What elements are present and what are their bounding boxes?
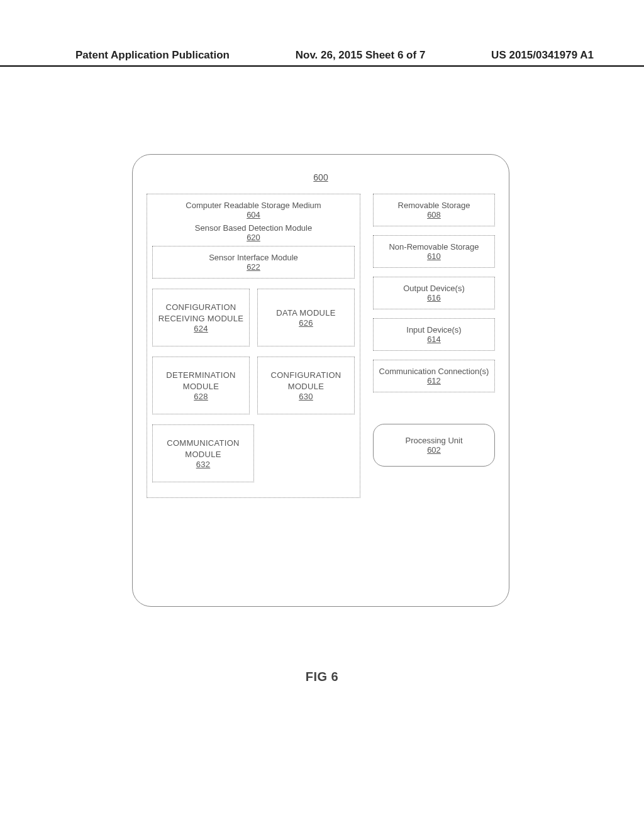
config-receiving-ref: 624 <box>157 324 245 333</box>
communication-text: COMMUNICATION MODULE <box>157 438 250 460</box>
right-column: Removable Storage 608 Non-Removable Stor… <box>373 194 495 467</box>
page-header: Patent Application Publication Nov. 26, … <box>0 49 644 67</box>
sensor-interface-text: Sensor Interface Module <box>157 253 350 262</box>
nonremovable-storage-text: Non-Removable Storage <box>377 242 491 252</box>
empty-cell <box>262 424 355 482</box>
data-module-box: DATA MODULE 626 <box>257 289 355 346</box>
communication-module-box: COMMUNICATION MODULE 632 <box>152 424 254 482</box>
output-devices-text: Output Device(s) <box>377 284 491 293</box>
configuration-text: CONFIGURATION MODULE <box>262 370 350 392</box>
page: Patent Application Publication Nov. 26, … <box>0 0 644 830</box>
removable-storage-text: Removable Storage <box>377 201 491 210</box>
system-ref: 600 <box>147 172 495 182</box>
detection-module-text: Sensor Based Detection Module <box>195 223 312 233</box>
communication-ref: 632 <box>157 460 250 469</box>
determination-module-box: DETERMINATION MODULE 628 <box>152 357 250 414</box>
storage-medium-label: Computer Readable Storage Medium 604 <box>152 201 355 219</box>
communication-connections-box: Communication Connection(s) 612 <box>373 360 495 392</box>
header-right: US 2015/0341979 A1 <box>491 49 594 62</box>
data-module-text: DATA MODULE <box>262 307 350 319</box>
columns: Computer Readable Storage Medium 604 Sen… <box>147 194 495 498</box>
output-devices-ref: 616 <box>377 293 491 302</box>
processing-unit-ref: 602 <box>380 445 488 455</box>
data-module-ref: 626 <box>262 318 350 328</box>
module-row-2: DETERMINATION MODULE 628 CONFIGURATION M… <box>152 357 355 414</box>
communication-connections-text: Communication Connection(s) <box>377 367 491 376</box>
system-box-600: 600 Computer Readable Storage Medium 604… <box>132 154 509 607</box>
input-devices-text: Input Device(s) <box>377 325 491 335</box>
figure: 600 Computer Readable Storage Medium 604… <box>132 154 509 607</box>
detection-module-ref: 620 <box>152 233 355 242</box>
configuration-module-box: CONFIGURATION MODULE 630 <box>257 357 355 414</box>
communication-connections-ref: 612 <box>377 376 491 385</box>
input-devices-box: Input Device(s) 614 <box>373 318 495 351</box>
sensor-interface-box: Sensor Interface Module 622 <box>152 246 355 279</box>
nonremovable-storage-box: Non-Removable Storage 610 <box>373 235 495 268</box>
module-row-1: CONFIGURATION RECEIVING MODULE 624 DATA … <box>152 289 355 346</box>
processing-unit-box: Processing Unit 602 <box>373 424 495 467</box>
module-row-3: COMMUNICATION MODULE 632 <box>152 424 355 482</box>
storage-medium-ref: 604 <box>152 210 355 219</box>
output-devices-box: Output Device(s) 616 <box>373 277 495 309</box>
configuration-ref: 630 <box>262 392 350 401</box>
detection-module-label: Sensor Based Detection Module 620 <box>152 223 355 242</box>
removable-storage-box: Removable Storage 608 <box>373 194 495 226</box>
header-left: Patent Application Publication <box>75 49 230 62</box>
nonremovable-storage-ref: 610 <box>377 252 491 261</box>
config-receiving-module-box: CONFIGURATION RECEIVING MODULE 624 <box>152 289 250 346</box>
determination-ref: 628 <box>157 392 245 401</box>
sensor-interface-ref: 622 <box>157 262 350 272</box>
determination-text: DETERMINATION MODULE <box>157 370 245 392</box>
header-center: Nov. 26, 2015 Sheet 6 of 7 <box>296 49 426 62</box>
figure-label: FIG 6 <box>0 670 644 684</box>
removable-storage-ref: 608 <box>377 210 491 219</box>
processing-unit-text: Processing Unit <box>405 436 462 445</box>
config-receiving-text: CONFIGURATION RECEIVING MODULE <box>157 302 245 324</box>
storage-medium-box: Computer Readable Storage Medium 604 Sen… <box>147 194 360 498</box>
storage-medium-text: Computer Readable Storage Medium <box>186 201 321 210</box>
input-devices-ref: 614 <box>377 335 491 344</box>
